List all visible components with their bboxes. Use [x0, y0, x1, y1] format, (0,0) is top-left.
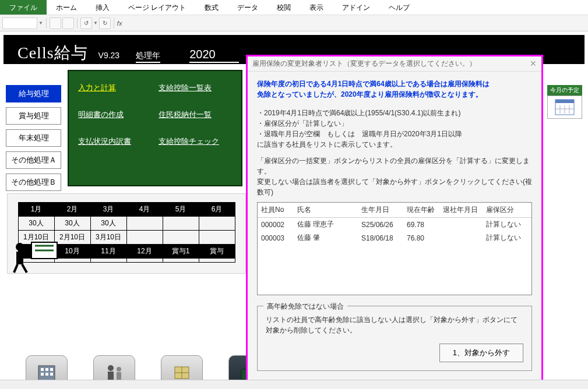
cell-kubun: 計算しない	[483, 218, 531, 232]
svg-rect-14	[50, 373, 53, 376]
menu-review[interactable]: 校閲	[267, 0, 300, 15]
svg-line-7	[22, 264, 27, 273]
dialog-notice: 保険年度の初日である4月1日時点で満64歳以上である場合は雇用保険料は 免除とな…	[257, 79, 532, 100]
cal-cell[interactable]	[199, 259, 235, 263]
col-birth: 生年月日	[358, 203, 403, 218]
cell-age: 76.80	[403, 231, 439, 245]
calendar-icon	[547, 96, 582, 119]
notice-line: 保険年度の初日である4月1日時点で満64歳以上である場合は雇用保険料は	[257, 80, 490, 88]
link-statement[interactable]: 明細書の作成	[78, 109, 152, 120]
name-box-dropdown-icon[interactable]: ▼	[38, 20, 43, 26]
month-header: 3月	[90, 203, 126, 217]
employee-list[interactable]: 社員No 氏名 生年月日 現在年齢 退社年月日 雇保区分 000002 佐藤 理…	[257, 202, 532, 295]
toolbar-btn-d[interactable]: ↻	[99, 17, 111, 29]
col-age: 現在年齢	[403, 203, 439, 218]
table-row[interactable]: 000002 佐藤 理恵子 S25/06/26 69.78 計算しない	[258, 218, 531, 232]
svg-point-3	[16, 243, 24, 251]
menu-insert[interactable]: 挿入	[86, 0, 119, 15]
menu-addin[interactable]: アドイン	[333, 0, 379, 15]
group-legend: 高年齢免除ではない場合	[263, 302, 347, 312]
dialog-instructions: 「雇保区分の一括変更」ボタンからリストの全員の雇保区分を「計算する」に変更します…	[257, 155, 532, 197]
dropdown-icon[interactable]: ▼	[93, 20, 98, 26]
dialog-employment-insurance: 雇用保険の変更対象者リスト（変更するデータを選択してください。） ✕ 保険年度の…	[246, 55, 543, 389]
year-label: 処理年	[136, 51, 160, 63]
instr-line: 「雇保区分の一括変更」ボタンからリストの全員の雇保区分を「計算する」に変更します…	[257, 155, 532, 176]
toolbar-btn-b[interactable]	[62, 17, 74, 29]
menu-bar: ファイル ホーム 挿入 ページ レイアウト 数式 データ 校閲 表示 アドイン …	[0, 0, 588, 15]
col-emp-no: 社員No	[258, 203, 294, 218]
app-title: Cells給与	[17, 42, 88, 64]
horizontal-scrollbar[interactable]	[0, 380, 588, 389]
cell-age: 69.78	[403, 218, 439, 232]
svg-rect-4	[16, 252, 23, 264]
col-retire: 退社年月日	[439, 203, 483, 218]
svg-rect-18	[117, 372, 121, 380]
menu-page-layout[interactable]: ページ レイアウト	[119, 0, 195, 15]
table-row[interactable]: 000003 佐藤 肇 S18/06/18 76.80 計算しない	[258, 231, 531, 245]
close-icon[interactable]: ✕	[530, 59, 537, 68]
month-header: 賞与	[199, 245, 235, 259]
dialog-title-bar: 雇用保険の変更対象者リスト（変更するデータを選択してください。） ✕	[248, 56, 541, 72]
year-value: 2020	[189, 48, 239, 63]
cell-birth: S18/06/18	[358, 231, 403, 245]
svg-point-17	[117, 367, 121, 372]
link-deduction-check[interactable]: 支給控除チェック	[159, 136, 232, 147]
cal-cell[interactable]: 2月10日	[54, 231, 90, 245]
cal-cell[interactable]	[126, 231, 163, 245]
month-header: 2月	[54, 203, 90, 217]
bullet: ・2019年4月1日時点で満64歳以上(1955/4/1(S30.4.1)以前生…	[257, 108, 532, 118]
cal-cell[interactable]	[199, 217, 235, 231]
svg-line-6	[14, 264, 17, 273]
menu-home[interactable]: ホーム	[47, 0, 86, 15]
month-header: 5月	[163, 203, 199, 217]
cal-cell[interactable]: 30人	[18, 217, 54, 231]
bullet: に該当する社員をリストに表示しています。	[257, 139, 532, 150]
name-box[interactable]	[2, 17, 37, 29]
menu-formula[interactable]: 数式	[195, 0, 228, 15]
menu-file[interactable]: ファイル	[0, 0, 47, 15]
cal-cell[interactable]	[90, 259, 126, 263]
exclude-button[interactable]: 1、対象から外す	[439, 344, 523, 362]
schedule-widget[interactable]: 今月の予定	[547, 85, 582, 119]
cell-retire	[439, 231, 483, 245]
cal-cell[interactable]	[163, 259, 199, 263]
month-header: 4月	[126, 203, 163, 217]
toolbar: ▼ ↺ ▼ ↻ fx	[0, 15, 588, 31]
cal-cell[interactable]	[199, 231, 235, 245]
dialog-title: 雇用保険の変更対象者リスト（変更するデータを選択してください。）	[252, 59, 476, 69]
schedule-title: 今月の予定	[547, 85, 582, 96]
toolbar-btn-c[interactable]: ↺	[80, 17, 92, 29]
cell-no: 000002	[258, 218, 294, 232]
instr-line: 変更しない場合は該当者を選択して「対象から外す」ボタンをクリックしてください(複…	[257, 176, 532, 197]
svg-point-15	[108, 365, 114, 371]
svg-rect-13	[45, 373, 48, 376]
menu-help[interactable]: ヘルプ	[379, 0, 419, 15]
group-not-exempt: 高年齢免除ではない場合 リストの社員で高年齢免除に該当しない人は選択し「対象から…	[257, 306, 532, 371]
cell-name: 佐藤 肇	[294, 231, 358, 245]
cal-cell[interactable]: 30人	[54, 217, 90, 231]
cal-cell[interactable]	[126, 259, 163, 263]
month-header: 11月	[90, 245, 126, 259]
cell-kubun: 計算しない	[483, 231, 531, 245]
svg-rect-10	[45, 368, 48, 371]
link-input-calc[interactable]: 入力と計算	[78, 83, 152, 93]
cal-cell[interactable]	[163, 217, 199, 231]
link-payment-list[interactable]: 支給控除一覧表	[159, 83, 232, 93]
cell-no: 000003	[258, 231, 294, 245]
svg-rect-9	[41, 368, 44, 371]
month-header: 賞与1	[163, 245, 199, 259]
month-header: 12月	[126, 245, 163, 259]
group-text: リストの社員で高年齢免除に該当しない人は選択し「対象から外す」ボタンにて対象から…	[266, 314, 523, 335]
notice-line: 免除となっていましたが、2020年度より雇用保険料が徴収となります。	[257, 90, 483, 98]
cal-cell[interactable]: 30人	[90, 217, 126, 231]
cal-cell[interactable]: 3月10日	[90, 231, 126, 245]
toolbar-btn-a[interactable]	[50, 17, 61, 29]
link-resident-tax[interactable]: 住民税納付一覧	[159, 109, 232, 120]
cal-cell[interactable]	[126, 217, 163, 231]
cal-cell[interactable]	[54, 259, 90, 263]
link-pay-status[interactable]: 支払状況内訳書	[78, 136, 152, 147]
green-panel: 入力と計算 支給控除一覧表 明細書の作成 住民税納付一覧 支払状況内訳書 支給控…	[68, 70, 242, 186]
menu-data[interactable]: データ	[228, 0, 267, 15]
menu-view[interactable]: 表示	[300, 0, 333, 15]
cal-cell[interactable]	[163, 231, 199, 245]
